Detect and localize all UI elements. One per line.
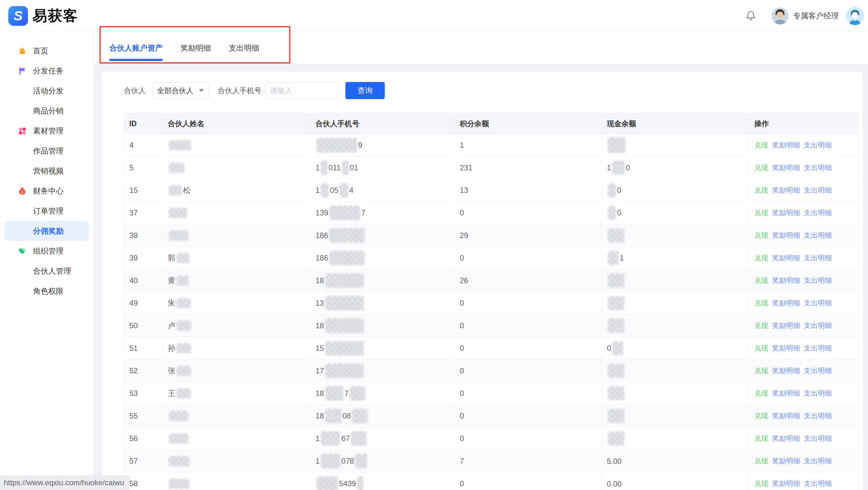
sidebar-item-label: 订单管理 [33, 206, 64, 216]
cell-actions: 兑现奖励明细支出明细 [749, 360, 858, 382]
action-reward-detail[interactable]: 奖励明细 [772, 164, 800, 172]
customer-service-avatar[interactable] [846, 7, 864, 25]
cell-cash-balance [602, 315, 749, 337]
sidebar-item-org[interactable]: 组织管理 [0, 241, 93, 261]
cell-cash-balance [602, 224, 749, 247]
sidebar-item-works[interactable]: 作品管理 [0, 141, 93, 161]
action-expense-detail[interactable]: 支出明细 [804, 141, 832, 149]
visible-text-fragment: 139 [315, 209, 328, 217]
cell-partner-phone: 9 [310, 134, 455, 157]
redacted-blur [176, 298, 191, 308]
user-avatar[interactable] [771, 7, 788, 25]
cell-cash-balance [602, 270, 749, 292]
action-expense-detail[interactable]: 支出明细 [804, 367, 832, 375]
brand-logo-icon: S [8, 6, 28, 26]
action-reward-detail[interactable]: 奖励明细 [772, 434, 800, 442]
action-reward-detail[interactable]: 奖励明细 [772, 389, 800, 397]
sidebar-item-home[interactable]: 首页 [0, 41, 93, 61]
sidebar-item-activity[interactable]: 活动分发 [0, 81, 93, 101]
action-reward-detail[interactable]: 奖励明细 [772, 276, 800, 284]
sidebar-item-partners[interactable]: 合伙人管理 [0, 261, 93, 281]
action-cash-out[interactable]: 兑现 [754, 389, 768, 397]
search-button[interactable]: 查询 [345, 82, 385, 99]
action-reward-detail[interactable]: 奖励明细 [772, 141, 800, 149]
sidebar-item-material[interactable]: 素材管理 [0, 121, 93, 141]
sidebar-item-goods[interactable]: 商品分销 [0, 101, 93, 121]
partner-select[interactable]: 全部合伙人 [152, 82, 209, 99]
redacted-blur [325, 273, 364, 288]
action-expense-detail[interactable]: 支出明细 [804, 434, 832, 442]
action-reward-detail[interactable]: 奖励明细 [772, 186, 800, 194]
visible-text-fragment: 67 [341, 434, 350, 443]
action-reward-detail[interactable]: 奖励明细 [772, 457, 800, 465]
cell-points-balance: 1 [455, 134, 602, 157]
action-expense-detail[interactable]: 支出明细 [804, 231, 832, 239]
action-reward-detail[interactable]: 奖励明细 [772, 209, 800, 217]
action-cash-out[interactable]: 兑现 [754, 412, 768, 420]
action-cash-out[interactable]: 兑现 [754, 480, 768, 487]
action-reward-detail[interactable]: 奖励明细 [772, 412, 800, 420]
sidebar-item-finance[interactable]: ¥财务中心 [0, 181, 93, 201]
action-expense-detail[interactable]: 支出明细 [804, 480, 832, 487]
action-expense-detail[interactable]: 支出明细 [804, 276, 832, 284]
action-reward-detail[interactable]: 奖励明细 [772, 367, 800, 375]
cell-id: 39 [124, 247, 163, 270]
sidebar-item-roles[interactable]: 角色权限 [0, 281, 93, 301]
tab-expense-detail[interactable]: 支出明细 [229, 32, 259, 64]
redacted-blur [325, 341, 364, 356]
redacted-blur [608, 387, 624, 400]
action-expense-detail[interactable]: 支出明细 [804, 254, 832, 262]
action-cash-out[interactable]: 兑现 [754, 164, 768, 172]
redacted-blur [612, 341, 623, 355]
redacted-blur [608, 183, 616, 197]
action-cash-out[interactable]: 兑现 [754, 231, 768, 239]
sidebar-item-dispatch[interactable]: 分发任务 [0, 61, 93, 81]
sidebar-item-label: 分发任务 [33, 66, 64, 76]
sidebar-item-video[interactable]: 营销视频 [0, 161, 93, 181]
action-reward-detail[interactable]: 奖励明细 [772, 231, 800, 239]
action-expense-detail[interactable]: 支出明细 [804, 321, 832, 330]
tab-partner-assets[interactable]: 合伙人账户资产 [109, 32, 163, 64]
action-reward-detail[interactable]: 奖励明细 [772, 299, 800, 307]
action-cash-out[interactable]: 兑现 [754, 321, 768, 330]
action-expense-detail[interactable]: 支出明细 [804, 209, 832, 217]
action-expense-detail[interactable]: 支出明细 [804, 299, 832, 307]
action-cash-out[interactable]: 兑现 [754, 367, 768, 375]
visible-text-fragment: 05 [330, 186, 338, 194]
action-expense-detail[interactable]: 支出明细 [804, 186, 832, 194]
action-cash-out[interactable]: 兑现 [754, 434, 768, 442]
phone-input[interactable] [265, 82, 338, 99]
notification-bell-icon[interactable] [745, 10, 757, 22]
action-cash-out[interactable]: 兑现 [754, 276, 768, 284]
sidebar-item-commission[interactable]: 分佣奖励 [4, 221, 89, 241]
redacted-blur [176, 343, 191, 354]
cell-points-balance: 0 [455, 472, 602, 490]
sidebar-item-orders[interactable]: 订单管理 [0, 201, 93, 221]
action-cash-out[interactable]: 兑现 [754, 457, 768, 465]
cell-partner-phone: 18 [310, 270, 455, 292]
tab-label: 合伙人账户资产 [109, 43, 163, 53]
cell-actions: 兑现奖励明细支出明细 [749, 270, 858, 292]
action-reward-detail[interactable]: 奖励明细 [772, 254, 800, 262]
visible-text-fragment: 7 [361, 209, 365, 217]
action-expense-detail[interactable]: 支出明细 [804, 457, 832, 465]
tab-reward-detail[interactable]: 奖励明细 [181, 32, 211, 64]
action-reward-detail[interactable]: 奖励明细 [772, 321, 800, 330]
brand[interactable]: S 易获客 [8, 6, 78, 26]
action-cash-out[interactable]: 兑现 [754, 141, 768, 149]
action-expense-detail[interactable]: 支出明细 [804, 389, 832, 397]
action-cash-out[interactable]: 兑现 [754, 344, 768, 352]
action-cash-out[interactable]: 兑现 [754, 299, 768, 307]
action-expense-detail[interactable]: 支出明细 [804, 164, 832, 172]
table-header-row: ID合伙人姓名合伙人手机号积分余额现金余额操作 [124, 114, 858, 134]
action-cash-out[interactable]: 兑现 [754, 254, 768, 262]
action-expense-detail[interactable]: 支出明细 [804, 412, 832, 420]
content-card: 合伙人 全部合伙人 合伙人手机号 查询 ID合伙人姓名合伙人手机号积分余额现金余… [102, 71, 863, 490]
action-expense-detail[interactable]: 支出明细 [804, 344, 832, 352]
action-cash-out[interactable]: 兑现 [754, 186, 768, 194]
cell-points-balance: 0 [455, 382, 602, 405]
action-reward-detail[interactable]: 奖励明细 [772, 344, 800, 352]
action-reward-detail[interactable]: 奖励明细 [772, 480, 800, 487]
action-cash-out[interactable]: 兑现 [754, 209, 768, 217]
visible-text-fragment: 5439 [339, 479, 356, 488]
